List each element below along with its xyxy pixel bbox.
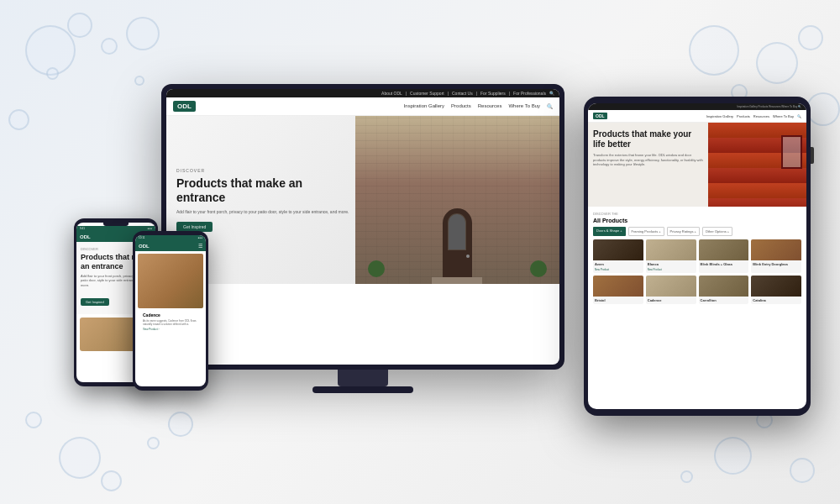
- bubble: [147, 437, 160, 449]
- filter-doors[interactable]: Doors & Shape +: [593, 227, 626, 236]
- tablet-frame: Inspiration Gallery Products Resources W…: [584, 97, 811, 416]
- phone2-product-info: Cadence As its name suggests, Cadence fr…: [135, 311, 206, 333]
- product-name: Cadence: [646, 297, 696, 304]
- bubble: [790, 458, 815, 483]
- bubble: [714, 437, 752, 475]
- phone1-signal: ●●●: [148, 227, 152, 230]
- product-name: Bristol: [593, 297, 643, 304]
- product-name: Blink Blinds + Glass: [699, 260, 749, 268]
- tab-nav-link[interactable]: Products: [737, 114, 750, 118]
- monitor-frame: About ODL | Customer Support | Contact U…: [161, 84, 564, 370]
- tablet-products-grid-2: Bristol Cadence Carrollton Catalina: [593, 276, 801, 304]
- topbar-link: For Suppliers: [480, 91, 506, 96]
- tablet-nav: Inspiration Gallery Products Resources W…: [706, 114, 801, 118]
- bubble: [134, 76, 144, 86]
- topbar-link: For Professionals: [513, 91, 546, 96]
- phone2-product-desc: As its name suggests, Cadence from ODL f…: [139, 319, 202, 328]
- bubble: [806, 92, 840, 126]
- phone2-time: 10:11: [139, 236, 145, 239]
- filter-privacy[interactable]: Privacy Ratings +: [667, 227, 700, 236]
- door-window-element: [448, 213, 466, 250]
- topbar-link: About ODL: [381, 91, 402, 96]
- topbar-link: Customer Support: [410, 91, 444, 96]
- tablet-products-grid: Avem New Product Blanca New Product Blin…: [593, 239, 801, 273]
- monitor-stand: [338, 370, 388, 386]
- site-hero-text: Add flair to your front porch, privacy t…: [176, 209, 353, 215]
- phone2-navbar: ODL ☰: [135, 240, 206, 251]
- desktop-mockup: About ODL | Customer Support | Contact U…: [161, 84, 564, 395]
- search-icon[interactable]: 🔍: [549, 91, 554, 96]
- phone2-product-link[interactable]: View Product ›: [139, 328, 202, 333]
- nav-link-inspiration[interactable]: Inspiration Gallery: [404, 103, 444, 109]
- bubble: [126, 17, 160, 50]
- monitor-base: [312, 386, 413, 393]
- phone2-product-image: [138, 254, 203, 308]
- tab-nav-link[interactable]: Resources: [753, 114, 769, 118]
- phone1-notch: [103, 223, 129, 226]
- bubble: [59, 437, 101, 479]
- tablet-topbar: Inspiration Gallery Products Resources W…: [588, 103, 806, 110]
- product-name: Catalina: [751, 297, 801, 304]
- nav-link-where[interactable]: Where To Buy: [508, 103, 540, 109]
- site-navbar: ODL Inspiration Gallery Products Resourc…: [166, 97, 559, 116]
- nav-link-products[interactable]: Products: [451, 103, 471, 109]
- topbar-separator: |: [476, 91, 477, 96]
- product-image: [593, 239, 643, 260]
- tab-topbar-links: Inspiration Gallery Products Resources W…: [738, 105, 801, 108]
- filter-framing[interactable]: Framing Products +: [628, 227, 664, 236]
- door-step: [432, 277, 482, 284]
- product-card-blanca[interactable]: Blanca New Product: [646, 239, 696, 273]
- phone2-screen: 10:11 ●●● ODL ☰ Cadence As its name sugg…: [135, 235, 206, 386]
- bubble: [25, 412, 42, 428]
- site-hero-title: Products that make an entrance: [176, 176, 353, 205]
- product-card-blink-entry[interactable]: Blink Entry Doorglass: [751, 239, 801, 273]
- search-icon[interactable]: 🔍: [547, 103, 553, 109]
- product-card-avem[interactable]: Avem New Product: [593, 239, 643, 273]
- phone1-time: 9:41: [80, 227, 85, 230]
- bubble: [680, 470, 693, 483]
- tablet-button: [811, 147, 814, 164]
- phone1-logo: ODL: [80, 234, 91, 239]
- product-card-blink-blinds[interactable]: Blink Blinds + Glass: [699, 239, 749, 273]
- tab-search-icon[interactable]: 🔍: [797, 114, 801, 118]
- filter-other[interactable]: Other Options +: [702, 227, 732, 236]
- topbar-separator: |: [406, 91, 407, 96]
- tablet-hero-content: Products that make your life better Tran…: [588, 123, 708, 207]
- tablet-mockup: Inspiration Gallery Products Resources W…: [584, 97, 811, 416]
- bubble: [101, 38, 118, 55]
- tablet-section-label: DISCOVER THE: [593, 212, 801, 216]
- product-image: [751, 276, 801, 297]
- product-image: [699, 276, 749, 297]
- bubble: [798, 25, 823, 50]
- product-card-catalina[interactable]: Catalina: [751, 276, 801, 304]
- phone1-hero-button[interactable]: Get Inspired: [81, 298, 109, 306]
- product-card-cadence[interactable]: Cadence: [646, 276, 696, 304]
- bubble: [756, 42, 798, 84]
- product-card-carrollton[interactable]: Carrollton: [699, 276, 749, 304]
- phone2-product-img-fill: [138, 254, 203, 308]
- monitor-screen: About ODL | Customer Support | Contact U…: [166, 89, 559, 365]
- shrub-right: [530, 260, 547, 277]
- tablet-screen: Inspiration Gallery Products Resources W…: [588, 103, 806, 409]
- product-tag: [699, 268, 749, 270]
- product-name: Carrollton: [699, 297, 749, 304]
- tab-nav-link[interactable]: Inspiration Gallery: [706, 114, 733, 118]
- product-name: Avem: [593, 260, 643, 268]
- tablet-hero-image: [708, 123, 806, 207]
- product-tag: New Product: [646, 268, 696, 273]
- tab-nav-link[interactable]: Where To Buy: [773, 114, 794, 118]
- product-name: Blanca: [646, 260, 696, 268]
- phone2-logo: ODL: [139, 244, 150, 249]
- phone2-menu-icon[interactable]: ☰: [198, 243, 202, 249]
- topbar-separator: |: [509, 91, 510, 96]
- tablet-section-title: All Products: [593, 218, 801, 223]
- tablet-hero-title: Products that make your life better: [593, 129, 703, 150]
- shrub-left: [368, 260, 385, 277]
- bubble: [8, 109, 29, 130]
- site-topbar: About ODL | Customer Support | Contact U…: [166, 89, 559, 97]
- product-card-bristol[interactable]: Bristol: [593, 276, 643, 304]
- site-hero-label: DISCOVER: [176, 168, 353, 173]
- nav-link-resources[interactable]: Resources: [478, 103, 502, 109]
- tablet-navbar: ODL Inspiration Gallery Products Resourc…: [588, 110, 806, 123]
- door-scene: [355, 116, 559, 284]
